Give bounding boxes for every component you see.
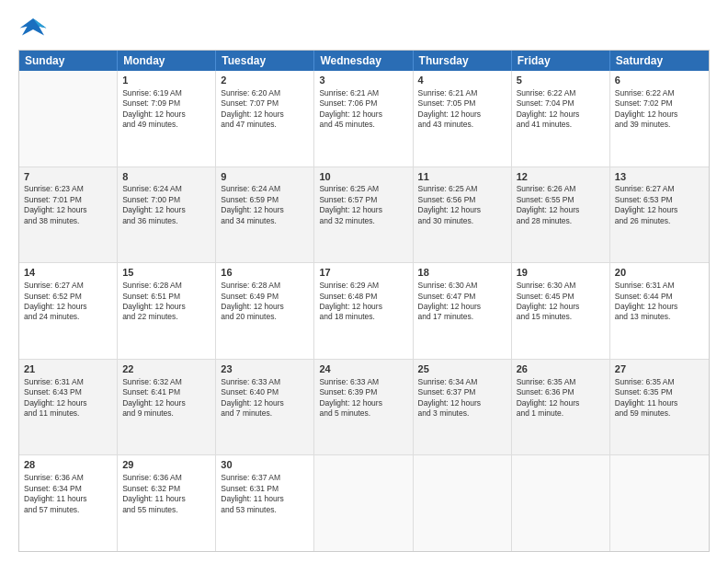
day-number: 5 xyxy=(517,74,605,87)
day-number: 17 xyxy=(319,266,407,280)
day-info: Sunrise: 6:35 AM Sunset: 6:36 PM Dayligh… xyxy=(517,377,605,419)
day-info: Sunrise: 6:23 AM Sunset: 7:01 PM Dayligh… xyxy=(24,184,112,226)
day-info: Sunrise: 6:34 AM Sunset: 6:37 PM Dayligh… xyxy=(418,377,506,419)
day-info: Sunrise: 6:31 AM Sunset: 6:43 PM Dayligh… xyxy=(24,377,112,419)
day-info: Sunrise: 6:25 AM Sunset: 6:57 PM Dayligh… xyxy=(319,184,407,226)
day-number: 1 xyxy=(122,74,210,87)
calendar-cell: 18Sunrise: 6:30 AM Sunset: 6:47 PM Dayli… xyxy=(414,263,512,359)
day-info: Sunrise: 6:27 AM Sunset: 6:53 PM Dayligh… xyxy=(615,184,704,226)
day-info: Sunrise: 6:33 AM Sunset: 6:39 PM Dayligh… xyxy=(319,377,407,419)
calendar-cell: 26Sunrise: 6:35 AM Sunset: 6:36 PM Dayli… xyxy=(512,360,610,455)
day-info: Sunrise: 6:22 AM Sunset: 7:02 PM Dayligh… xyxy=(615,88,704,131)
day-number: 3 xyxy=(319,74,407,87)
calendar-cell: 27Sunrise: 6:35 AM Sunset: 6:35 PM Dayli… xyxy=(610,360,709,455)
day-number: 8 xyxy=(122,170,210,184)
calendar-cell: 13Sunrise: 6:27 AM Sunset: 6:53 PM Dayli… xyxy=(610,167,709,263)
day-number: 6 xyxy=(615,74,704,87)
calendar-cell: 10Sunrise: 6:25 AM Sunset: 6:57 PM Dayli… xyxy=(314,167,413,263)
calendar-cell: 8Sunrise: 6:24 AM Sunset: 7:00 PM Daylig… xyxy=(118,167,216,263)
day-info: Sunrise: 6:21 AM Sunset: 7:06 PM Dayligh… xyxy=(319,88,407,131)
calendar-cell xyxy=(610,455,709,551)
day-info: Sunrise: 6:22 AM Sunset: 7:04 PM Dayligh… xyxy=(517,88,605,131)
calendar-cell: 7Sunrise: 6:23 AM Sunset: 7:01 PM Daylig… xyxy=(19,167,118,263)
calendar-cell: 4Sunrise: 6:21 AM Sunset: 7:05 PM Daylig… xyxy=(414,71,512,167)
day-number: 15 xyxy=(122,266,210,280)
day-info: Sunrise: 6:36 AM Sunset: 6:34 PM Dayligh… xyxy=(24,473,112,515)
weekday-header-tuesday: Tuesday xyxy=(216,51,314,71)
day-number: 24 xyxy=(319,362,407,376)
calendar-cell: 16Sunrise: 6:28 AM Sunset: 6:49 PM Dayli… xyxy=(216,263,314,359)
day-number: 23 xyxy=(221,362,309,376)
logo xyxy=(18,15,51,40)
calendar-cell: 6Sunrise: 6:22 AM Sunset: 7:02 PM Daylig… xyxy=(610,71,709,167)
calendar-cell: 30Sunrise: 6:37 AM Sunset: 6:31 PM Dayli… xyxy=(216,455,314,551)
calendar-row: 14Sunrise: 6:27 AM Sunset: 6:52 PM Dayli… xyxy=(19,263,709,360)
calendar-row: 21Sunrise: 6:31 AM Sunset: 6:43 PM Dayli… xyxy=(19,360,709,456)
calendar-cell xyxy=(314,455,413,551)
day-info: Sunrise: 6:19 AM Sunset: 7:09 PM Dayligh… xyxy=(122,88,210,131)
day-info: Sunrise: 6:24 AM Sunset: 6:59 PM Dayligh… xyxy=(221,184,309,226)
day-number: 14 xyxy=(24,266,112,280)
calendar-cell: 3Sunrise: 6:21 AM Sunset: 7:06 PM Daylig… xyxy=(314,71,413,167)
day-info: Sunrise: 6:33 AM Sunset: 6:40 PM Dayligh… xyxy=(221,377,309,419)
calendar-cell: 2Sunrise: 6:20 AM Sunset: 7:07 PM Daylig… xyxy=(216,71,314,167)
weekday-header-friday: Friday xyxy=(512,51,610,71)
day-info: Sunrise: 6:36 AM Sunset: 6:32 PM Dayligh… xyxy=(122,473,210,515)
day-number: 18 xyxy=(418,266,506,280)
calendar-cell: 15Sunrise: 6:28 AM Sunset: 6:51 PM Dayli… xyxy=(118,263,216,359)
day-number: 7 xyxy=(24,170,112,184)
calendar-cell: 14Sunrise: 6:27 AM Sunset: 6:52 PM Dayli… xyxy=(19,263,118,359)
day-info: Sunrise: 6:25 AM Sunset: 6:56 PM Dayligh… xyxy=(418,184,506,226)
calendar-cell: 5Sunrise: 6:22 AM Sunset: 7:04 PM Daylig… xyxy=(512,71,610,167)
day-number: 20 xyxy=(615,266,704,280)
calendar-cell: 28Sunrise: 6:36 AM Sunset: 6:34 PM Dayli… xyxy=(19,455,118,551)
day-info: Sunrise: 6:37 AM Sunset: 6:31 PM Dayligh… xyxy=(221,473,309,515)
day-info: Sunrise: 6:30 AM Sunset: 6:47 PM Dayligh… xyxy=(418,281,506,323)
calendar-cell: 1Sunrise: 6:19 AM Sunset: 7:09 PM Daylig… xyxy=(118,71,216,167)
calendar-cell xyxy=(19,71,118,167)
calendar-cell: 19Sunrise: 6:30 AM Sunset: 6:45 PM Dayli… xyxy=(512,263,610,359)
calendar-cell: 9Sunrise: 6:24 AM Sunset: 6:59 PM Daylig… xyxy=(216,167,314,263)
day-number: 16 xyxy=(221,266,309,280)
calendar-cell: 21Sunrise: 6:31 AM Sunset: 6:43 PM Dayli… xyxy=(19,360,118,455)
weekday-header-monday: Monday xyxy=(118,51,216,71)
calendar-cell: 22Sunrise: 6:32 AM Sunset: 6:41 PM Dayli… xyxy=(118,360,216,455)
day-info: Sunrise: 6:28 AM Sunset: 6:49 PM Dayligh… xyxy=(221,281,309,323)
day-number: 9 xyxy=(221,170,309,184)
day-info: Sunrise: 6:32 AM Sunset: 6:41 PM Dayligh… xyxy=(122,377,210,419)
day-number: 25 xyxy=(418,362,506,376)
calendar-row: 28Sunrise: 6:36 AM Sunset: 6:34 PM Dayli… xyxy=(19,455,709,551)
weekday-header-sunday: Sunday xyxy=(19,51,118,71)
day-info: Sunrise: 6:28 AM Sunset: 6:51 PM Dayligh… xyxy=(122,281,210,323)
calendar-cell: 20Sunrise: 6:31 AM Sunset: 6:44 PM Dayli… xyxy=(610,263,709,359)
day-number: 21 xyxy=(24,362,112,376)
weekday-header-thursday: Thursday xyxy=(414,51,512,71)
day-info: Sunrise: 6:24 AM Sunset: 7:00 PM Dayligh… xyxy=(122,184,210,226)
day-info: Sunrise: 6:20 AM Sunset: 7:07 PM Dayligh… xyxy=(221,88,309,131)
calendar-cell xyxy=(512,455,610,551)
day-number: 28 xyxy=(24,458,112,472)
logo-bird-icon xyxy=(18,15,48,40)
day-number: 4 xyxy=(418,74,506,87)
weekday-header-wednesday: Wednesday xyxy=(314,51,413,71)
calendar-cell: 25Sunrise: 6:34 AM Sunset: 6:37 PM Dayli… xyxy=(414,360,512,455)
day-info: Sunrise: 6:26 AM Sunset: 6:55 PM Dayligh… xyxy=(517,184,605,226)
day-number: 22 xyxy=(122,362,210,376)
calendar-cell: 17Sunrise: 6:29 AM Sunset: 6:48 PM Dayli… xyxy=(314,263,413,359)
calendar-body: 1Sunrise: 6:19 AM Sunset: 7:09 PM Daylig… xyxy=(19,71,709,551)
day-number: 30 xyxy=(221,458,309,472)
weekday-header-saturday: Saturday xyxy=(610,51,709,71)
calendar-cell: 24Sunrise: 6:33 AM Sunset: 6:39 PM Dayli… xyxy=(314,360,413,455)
day-number: 2 xyxy=(221,74,309,87)
calendar-header: SundayMondayTuesdayWednesdayThursdayFrid… xyxy=(19,51,709,71)
calendar-cell xyxy=(414,455,512,551)
day-info: Sunrise: 6:31 AM Sunset: 6:44 PM Dayligh… xyxy=(615,281,704,323)
calendar-row: 7Sunrise: 6:23 AM Sunset: 7:01 PM Daylig… xyxy=(19,167,709,264)
day-info: Sunrise: 6:30 AM Sunset: 6:45 PM Dayligh… xyxy=(517,281,605,323)
header xyxy=(18,15,710,40)
day-number: 12 xyxy=(517,170,605,184)
day-info: Sunrise: 6:35 AM Sunset: 6:35 PM Dayligh… xyxy=(615,377,704,419)
page: SundayMondayTuesdayWednesdayThursdayFrid… xyxy=(0,0,728,563)
day-number: 11 xyxy=(418,170,506,184)
calendar-row: 1Sunrise: 6:19 AM Sunset: 7:09 PM Daylig… xyxy=(19,71,709,167)
